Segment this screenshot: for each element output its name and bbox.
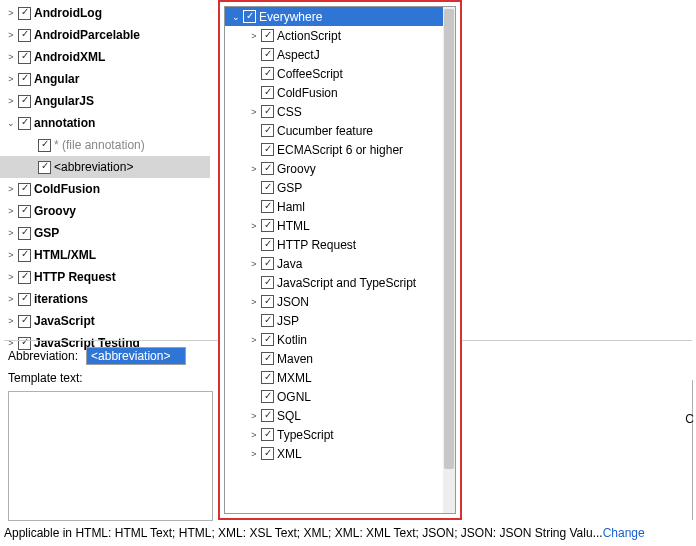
checkbox[interactable] bbox=[261, 105, 274, 118]
popup-item-maven[interactable]: Maven bbox=[225, 349, 455, 368]
popup-item-http-request[interactable]: HTTP Request bbox=[225, 235, 455, 254]
chevron-right-icon[interactable]: > bbox=[247, 162, 261, 176]
popup-item-coldfusion[interactable]: ColdFusion bbox=[225, 83, 455, 102]
checkbox[interactable] bbox=[261, 295, 274, 308]
chevron-right-icon[interactable]: > bbox=[247, 409, 261, 423]
tree-item-androidparcelable[interactable]: >AndroidParcelable bbox=[0, 24, 210, 46]
tree-item-http-request[interactable]: >HTTP Request bbox=[0, 266, 210, 288]
popup-item-ognl[interactable]: OGNL bbox=[225, 387, 455, 406]
tree-item-html-xml[interactable]: >HTML/XML bbox=[0, 244, 210, 266]
checkbox[interactable] bbox=[261, 181, 274, 194]
popup-item-gsp[interactable]: GSP bbox=[225, 178, 455, 197]
chevron-right-icon[interactable]: > bbox=[247, 295, 261, 309]
checkbox[interactable] bbox=[18, 117, 31, 130]
checkbox[interactable] bbox=[18, 73, 31, 86]
popup-item-jsp[interactable]: JSP bbox=[225, 311, 455, 330]
checkbox[interactable] bbox=[261, 257, 274, 270]
abbreviation-input[interactable]: <abbreviation> bbox=[86, 347, 186, 365]
checkbox[interactable] bbox=[261, 352, 274, 365]
chevron-right-icon[interactable]: > bbox=[4, 182, 18, 196]
chevron-right-icon[interactable]: > bbox=[247, 447, 261, 461]
checkbox[interactable] bbox=[18, 29, 31, 42]
checkbox[interactable] bbox=[18, 7, 31, 20]
checkbox[interactable] bbox=[18, 293, 31, 306]
tree-item-annotation[interactable]: ⌄annotation bbox=[0, 112, 210, 134]
popup-item-actionscript[interactable]: > ActionScript bbox=[225, 26, 455, 45]
checkbox[interactable] bbox=[18, 51, 31, 64]
checkbox[interactable] bbox=[261, 390, 274, 403]
popup-item-typescript[interactable]: > TypeScript bbox=[225, 425, 455, 444]
tree-item--file-annotation-[interactable]: * (file annotation) bbox=[0, 134, 210, 156]
popup-item-aspectj[interactable]: AspectJ bbox=[225, 45, 455, 64]
checkbox[interactable] bbox=[243, 10, 256, 23]
popup-item-json[interactable]: > JSON bbox=[225, 292, 455, 311]
popup-item-haml[interactable]: Haml bbox=[225, 197, 455, 216]
tree-item-groovy[interactable]: >Groovy bbox=[0, 200, 210, 222]
checkbox[interactable] bbox=[18, 183, 31, 196]
chevron-right-icon[interactable]: > bbox=[4, 226, 18, 240]
chevron-right-icon[interactable]: > bbox=[4, 292, 18, 306]
tree-item-coldfusion[interactable]: >ColdFusion bbox=[0, 178, 210, 200]
popup-scrollbar[interactable] bbox=[443, 7, 455, 513]
checkbox[interactable] bbox=[261, 447, 274, 460]
chevron-right-icon[interactable]: > bbox=[4, 28, 18, 42]
change-link[interactable]: Change bbox=[603, 526, 645, 540]
chevron-right-icon[interactable]: > bbox=[247, 105, 261, 119]
popup-item-groovy[interactable]: > Groovy bbox=[225, 159, 455, 178]
checkbox[interactable] bbox=[38, 161, 51, 174]
checkbox[interactable] bbox=[18, 315, 31, 328]
chevron-down-icon[interactable]: ⌄ bbox=[229, 10, 243, 24]
chevron-right-icon[interactable]: > bbox=[247, 219, 261, 233]
chevron-right-icon[interactable]: > bbox=[4, 50, 18, 64]
checkbox[interactable] bbox=[261, 314, 274, 327]
tree-item-gsp[interactable]: >GSP bbox=[0, 222, 210, 244]
popup-item-cucumber-feature[interactable]: Cucumber feature bbox=[225, 121, 455, 140]
checkbox[interactable] bbox=[18, 205, 31, 218]
popup-item-ecmascript-6-or-higher[interactable]: ECMAScript 6 or higher bbox=[225, 140, 455, 159]
checkbox[interactable] bbox=[18, 95, 31, 108]
chevron-right-icon[interactable]: > bbox=[4, 204, 18, 218]
popup-scrollbar-thumb[interactable] bbox=[444, 9, 454, 469]
checkbox[interactable] bbox=[38, 139, 51, 152]
checkbox[interactable] bbox=[261, 67, 274, 80]
tree-item-angularjs[interactable]: >AngularJS bbox=[0, 90, 210, 112]
popup-item-java[interactable]: > Java bbox=[225, 254, 455, 273]
popup-item-html[interactable]: > HTML bbox=[225, 216, 455, 235]
popup-item-everywhere[interactable]: ⌄ Everywhere bbox=[225, 7, 455, 26]
chevron-right-icon[interactable]: > bbox=[4, 72, 18, 86]
chevron-right-icon[interactable]: > bbox=[247, 428, 261, 442]
checkbox[interactable] bbox=[261, 86, 274, 99]
checkbox[interactable] bbox=[261, 333, 274, 346]
checkbox[interactable] bbox=[261, 371, 274, 384]
checkbox[interactable] bbox=[261, 200, 274, 213]
chevron-right-icon[interactable]: > bbox=[4, 6, 18, 20]
checkbox[interactable] bbox=[261, 48, 274, 61]
popup-item-css[interactable]: > CSS bbox=[225, 102, 455, 121]
popup-item-coffeescript[interactable]: CoffeeScript bbox=[225, 64, 455, 83]
tree-item-iterations[interactable]: >iterations bbox=[0, 288, 210, 310]
chevron-right-icon[interactable]: > bbox=[247, 333, 261, 347]
checkbox[interactable] bbox=[261, 238, 274, 251]
checkbox[interactable] bbox=[261, 219, 274, 232]
tree-item-javascript[interactable]: >JavaScript bbox=[0, 310, 210, 332]
tree-item-androidlog[interactable]: >AndroidLog bbox=[0, 2, 210, 24]
chevron-down-icon[interactable]: ⌄ bbox=[4, 116, 18, 130]
popup-item-mxml[interactable]: MXML bbox=[225, 368, 455, 387]
chevron-right-icon[interactable]: > bbox=[247, 29, 261, 43]
popup-item-xml[interactable]: > XML bbox=[225, 444, 455, 463]
checkbox[interactable] bbox=[18, 227, 31, 240]
popup-item-sql[interactable]: > SQL bbox=[225, 406, 455, 425]
checkbox[interactable] bbox=[261, 124, 274, 137]
popup-item-kotlin[interactable]: > Kotlin bbox=[225, 330, 455, 349]
checkbox[interactable] bbox=[261, 162, 274, 175]
checkbox[interactable] bbox=[261, 143, 274, 156]
checkbox[interactable] bbox=[18, 249, 31, 262]
popup-item-javascript-and-typescript[interactable]: JavaScript and TypeScript bbox=[225, 273, 455, 292]
checkbox[interactable] bbox=[261, 29, 274, 42]
tree-item--abbreviation-[interactable]: <abbreviation> bbox=[0, 156, 210, 178]
chevron-right-icon[interactable]: > bbox=[4, 94, 18, 108]
tree-item-androidxml[interactable]: >AndroidXML bbox=[0, 46, 210, 68]
template-text-input[interactable] bbox=[8, 391, 213, 521]
checkbox[interactable] bbox=[18, 271, 31, 284]
checkbox[interactable] bbox=[261, 428, 274, 441]
